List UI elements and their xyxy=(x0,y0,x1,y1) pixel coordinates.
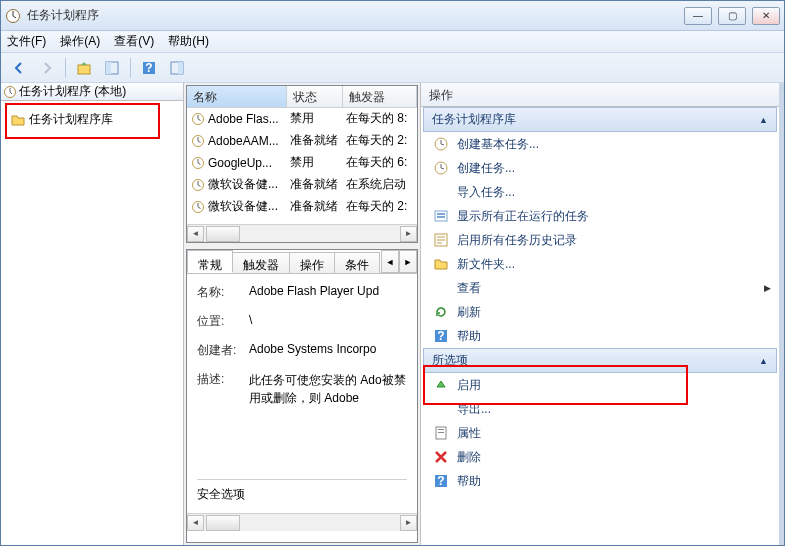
col-status[interactable]: 状态 xyxy=(287,86,343,107)
grid-body[interactable]: Adobe Flas...禁用在每天的 8:AdobeAAM...准备就绪在每天… xyxy=(187,108,417,224)
up-button[interactable] xyxy=(72,56,96,80)
action-properties[interactable]: 属性 xyxy=(423,421,777,445)
scroll-thumb[interactable] xyxy=(206,226,240,242)
action-create-task[interactable]: 创建任务... xyxy=(423,156,777,180)
action-enable[interactable]: 启用 xyxy=(423,373,777,397)
tab-general[interactable]: 常规 xyxy=(187,250,233,273)
task-list-grid: 名称 状态 触发器 Adobe Flas...禁用在每天的 8:AdobeAAM… xyxy=(186,85,418,243)
titlebar[interactable]: 任务计划程序 — ▢ ✕ xyxy=(1,1,784,31)
svg-rect-23 xyxy=(438,429,444,430)
tree-root-label: 任务计划程序 (本地) xyxy=(19,83,126,100)
tab-triggers[interactable]: 触发器 xyxy=(232,252,290,273)
detail-horizontal-scrollbar[interactable]: ◄ ► xyxy=(187,513,417,531)
task-scheduler-window: 任务计划程序 — ▢ ✕ 文件(F) 操作(A) 查看(V) 帮助(H) ? 任… xyxy=(0,0,785,546)
action-new-folder[interactable]: 新文件夹... xyxy=(423,252,777,276)
col-name[interactable]: 名称 xyxy=(187,86,287,107)
svg-text:?: ? xyxy=(145,61,152,75)
history-icon xyxy=(433,232,449,248)
general-form: 名称: Adobe Flash Player Upd 位置: \ 创建者: Ad… xyxy=(187,274,417,513)
cell-status: 禁用 xyxy=(290,110,346,127)
action-help-1[interactable]: ? 帮助 xyxy=(423,324,777,348)
folder-icon xyxy=(11,113,25,127)
action-export[interactable]: 导出... xyxy=(423,397,777,421)
svg-rect-18 xyxy=(437,216,445,218)
cell-status: 准备就绪 xyxy=(290,198,346,215)
menu-help[interactable]: 帮助(H) xyxy=(168,33,209,50)
menu-file[interactable]: 文件(F) xyxy=(7,33,46,50)
cell-name: Adobe Flas... xyxy=(208,112,290,126)
scroll-right-button[interactable]: ► xyxy=(400,226,417,242)
toolbar-separator xyxy=(130,58,131,78)
maximize-button[interactable]: ▢ xyxy=(718,7,746,25)
tab-scroll: ◄ ► xyxy=(381,250,417,273)
cell-trigger: 在系统启动 xyxy=(346,176,417,193)
label-location: 位置: xyxy=(197,313,249,330)
tab-scroll-right[interactable]: ► xyxy=(399,250,417,273)
action-create-basic-task[interactable]: 创建基本任务... xyxy=(423,132,777,156)
cell-trigger: 在每天的 2: xyxy=(346,198,417,215)
tab-conditions[interactable]: 条件 xyxy=(334,252,380,273)
action-help-2[interactable]: ? 帮助 xyxy=(423,469,777,493)
task-clock-icon xyxy=(191,156,205,170)
cell-trigger: 在每天的 8: xyxy=(346,110,417,127)
scroll-left-button[interactable]: ◄ xyxy=(187,515,204,531)
value-location: \ xyxy=(249,313,407,327)
task-clock-icon xyxy=(191,200,205,214)
menu-view[interactable]: 查看(V) xyxy=(114,33,154,50)
action-delete[interactable]: 删除 xyxy=(423,445,777,469)
cell-trigger: 在每天的 2: xyxy=(346,132,417,149)
submenu-arrow-icon: ▶ xyxy=(764,283,771,293)
section-title-text: 所选项 xyxy=(432,352,468,369)
value-name: Adobe Flash Player Upd xyxy=(249,284,407,298)
task-row[interactable]: 微软设备健...准备就绪在每天的 2: xyxy=(187,196,417,218)
tree-library-node[interactable]: 任务计划程序库 xyxy=(5,107,179,132)
back-button[interactable] xyxy=(7,56,31,80)
task-row[interactable]: Adobe Flas...禁用在每天的 8: xyxy=(187,108,417,130)
window-title: 任务计划程序 xyxy=(27,7,684,24)
svg-rect-3 xyxy=(106,62,111,74)
collapse-arrow-icon: ▲ xyxy=(759,356,768,366)
tree-pane: 任务计划程序 (本地) 任务计划程序库 xyxy=(1,83,184,545)
panel-toggle-1[interactable] xyxy=(100,56,124,80)
task-clock-icon xyxy=(191,134,205,148)
svg-rect-17 xyxy=(437,213,445,215)
horizontal-scrollbar[interactable]: ◄ ► xyxy=(187,224,417,242)
actions-section-selected[interactable]: 所选项 ▲ xyxy=(423,348,777,373)
task-row[interactable]: AdobeAAM...准备就绪在每天的 2: xyxy=(187,130,417,152)
task-clock-icon xyxy=(191,178,205,192)
value-desc: 此任务可使您安装的 Ado被禁用或删除，则 Adobe xyxy=(249,371,407,407)
task-row[interactable]: GoogleUp...禁用在每天的 6: xyxy=(187,152,417,174)
menu-action[interactable]: 操作(A) xyxy=(60,33,100,50)
help-button[interactable]: ? xyxy=(137,56,161,80)
scroll-left-button[interactable]: ◄ xyxy=(187,226,204,242)
tab-actions[interactable]: 操作 xyxy=(289,252,335,273)
svg-text:?: ? xyxy=(437,474,444,488)
task-wizard-icon xyxy=(433,136,449,152)
value-author: Adobe Systems Incorpo xyxy=(249,342,407,356)
tree-root-node[interactable]: 任务计划程序 (本地) xyxy=(1,83,183,101)
action-show-running[interactable]: 显示所有正在运行的任务 xyxy=(423,204,777,228)
window-controls: — ▢ ✕ xyxy=(684,7,780,25)
app-icon xyxy=(5,8,21,24)
export-icon xyxy=(433,401,449,417)
grid-header: 名称 状态 触发器 xyxy=(187,86,417,108)
minimize-button[interactable]: — xyxy=(684,7,712,25)
scroll-right-button[interactable]: ► xyxy=(400,515,417,531)
scroll-thumb[interactable] xyxy=(206,515,240,531)
cell-name: 微软设备健... xyxy=(208,176,290,193)
action-refresh[interactable]: 刷新 xyxy=(423,300,777,324)
action-import-task[interactable]: 导入任务... xyxy=(423,180,777,204)
help-icon: ? xyxy=(433,473,449,489)
forward-button[interactable] xyxy=(35,56,59,80)
close-button[interactable]: ✕ xyxy=(752,7,780,25)
panel-toggle-2[interactable] xyxy=(165,56,189,80)
action-enable-history[interactable]: 启用所有任务历史记录 xyxy=(423,228,777,252)
tab-scroll-left[interactable]: ◄ xyxy=(381,250,399,273)
label-author: 创建者: xyxy=(197,342,249,359)
actions-section-library[interactable]: 任务计划程序库 ▲ xyxy=(423,107,777,132)
task-row[interactable]: 微软设备健...准备就绪在系统启动 xyxy=(187,174,417,196)
action-view[interactable]: 查看 ▶ xyxy=(423,276,777,300)
menubar: 文件(F) 操作(A) 查看(V) 帮助(H) xyxy=(1,31,784,53)
col-trigger[interactable]: 触发器 xyxy=(343,86,417,107)
toolbar-separator xyxy=(65,58,66,78)
